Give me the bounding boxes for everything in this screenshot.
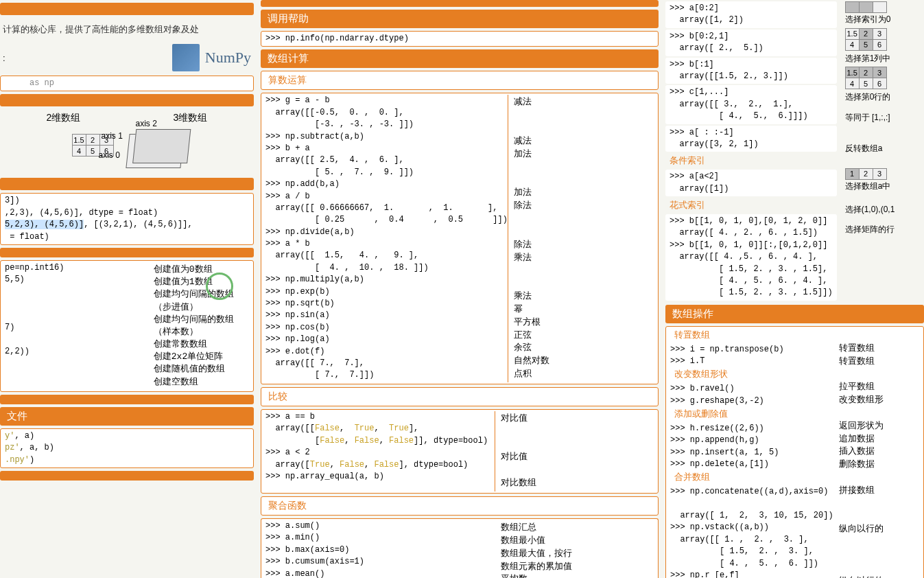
create-array-code[interactable]: 3]) ,2,3), (4,5,6)], dtype = float) 5,2,… <box>0 193 254 245</box>
header-placeholder-1 <box>0 3 254 15</box>
axis0-label: axis 0 <box>99 150 120 160</box>
header-placeholder-5 <box>0 395 254 404</box>
import-code: as np <box>0 76 254 91</box>
io-code: y', a) pz', a, b) .npy') <box>0 428 254 468</box>
arith-code: >>> g = a - b array([[-0.5, 0. , 0. ], [… <box>265 95 508 382</box>
cond-desc: 选择数组a中 <box>845 181 924 192</box>
help-code: >>> np.info(np.ndarray.dtype) <box>261 31 659 47</box>
slice1-code: >>> a[0:2] array([1, 2]) <box>665 1 837 28</box>
numpy-label: NumPy <box>205 49 251 67</box>
arith-header: 算数运算 <box>261 71 659 90</box>
agg-code: >>> a.sum() >>> a.min() >>> b.max(axis=0… <box>265 520 495 578</box>
header-placeholder-3 <box>0 178 254 190</box>
fancy-header: 花式索引 <box>665 198 837 213</box>
axis2-label: axis 2 <box>136 119 157 128</box>
top-strip-2 <box>261 0 659 7</box>
calc-header: 数组计算 <box>261 49 659 68</box>
transpose-header: 转置数组 <box>670 328 833 344</box>
helper-funcs-code: pe=np.int16) 5,5) 7) 2,2)) <box>5 262 148 390</box>
fancy-desc1: 选择(1,0),(0,1 <box>845 205 924 216</box>
addrem-header: 添加或删除值 <box>670 407 833 423</box>
ops-header: 数组操作 <box>665 305 924 323</box>
slice4-code: >>> c[1,...] array([[ 3., 2., 1.], [ 4.,… <box>665 85 837 124</box>
agg-desc: 数组汇总 数组最小值 数组最大值，按行 数组元素的累加值 平均数 中位数 <box>495 520 654 578</box>
mini-table-3: 1.523456 <box>845 67 887 89</box>
merge-header: 合并数组 <box>670 470 833 486</box>
compare-code: >>> a == b array([[False, True, True], [… <box>265 411 495 492</box>
slice4-desc: 等同于 [1,:,:] <box>845 113 924 124</box>
mini-table-1 <box>845 1 887 13</box>
merge-code: >>> np.concatenate((a,d),axis=0) array([… <box>670 486 833 578</box>
import-hint: : <box>3 53 158 63</box>
slice2-code: >>> b[0:2,1] array([ 2., 5.]) <box>665 30 837 56</box>
slice2-desc: 选择第1列中 <box>845 54 924 65</box>
compare-header: 比较 <box>261 387 659 406</box>
header-placeholder-2 <box>0 94 254 106</box>
slice5-code: >>> a[ : :-1] array([3, 2, 1]) <box>665 126 837 152</box>
fancy-desc2: 选择矩阵的行 <box>845 224 924 235</box>
io-header: 文件 <box>0 407 254 426</box>
slice3-desc: 选择第0行的 <box>845 92 924 103</box>
mini-table-4: 123 <box>845 168 887 180</box>
compare-desc: 对比值 对比值 对比数组 <box>495 411 654 492</box>
array-3d-cube <box>126 134 184 168</box>
agg-header: 聚合函数 <box>261 496 659 516</box>
reshape-header: 改变数组形状 <box>670 367 833 383</box>
helper-funcs-desc: 创建值为0数组 创建值为1数组 创建均匀间隔的数组（步进值） 创建均匀间隔的数组… <box>148 262 249 390</box>
mini-table-2: 1.523456 <box>845 28 887 51</box>
reshape-code: >>> b.ravel() >>> g.reshape(3,-2) <box>670 383 833 407</box>
transpose-code: >>> i = np.transpose(b) >>> i.T <box>670 344 833 368</box>
dim2-label: 2维数组 <box>47 112 81 124</box>
header-placeholder-4 <box>0 248 254 257</box>
addrem-code: >>> h.resize((2,6)) >>> np.append(h,g) >… <box>670 423 833 471</box>
numpy-cube-icon <box>172 44 200 71</box>
slice3-code: >>> b[:1] array([[1.5, 2., 3.]]) <box>665 58 837 84</box>
slice1-desc: 选择索引为0 <box>845 14 924 25</box>
cond-header: 条件索引 <box>665 153 837 168</box>
slice5-desc: 反转数组a <box>845 143 924 154</box>
cond-code: >>> a[a<2] array([1]) <box>665 170 837 196</box>
help-header: 调用帮助 <box>261 10 659 28</box>
fancy-code: >>> b[[1, 0, 1, 0],[0, 1, 2, 0]] array([… <box>665 214 837 301</box>
intro-paragraph: 计算的核心库，提供了高性能的多维数组对象及处 <box>0 18 254 41</box>
dim3-label: 3维数组 <box>174 112 208 124</box>
axis-diagram: 1.523 456 axis 2 axis 1 axis 0 <box>0 127 254 175</box>
header-placeholder-6 <box>0 471 254 481</box>
arith-desc: 减法 减法 加法 加法 除法 除法 乘法 乘法 幂 平方根 正弦 余弦 自然对数… <box>508 95 654 382</box>
axis1-label: axis 1 <box>102 131 123 141</box>
numpy-logo: NumPy <box>172 44 251 71</box>
